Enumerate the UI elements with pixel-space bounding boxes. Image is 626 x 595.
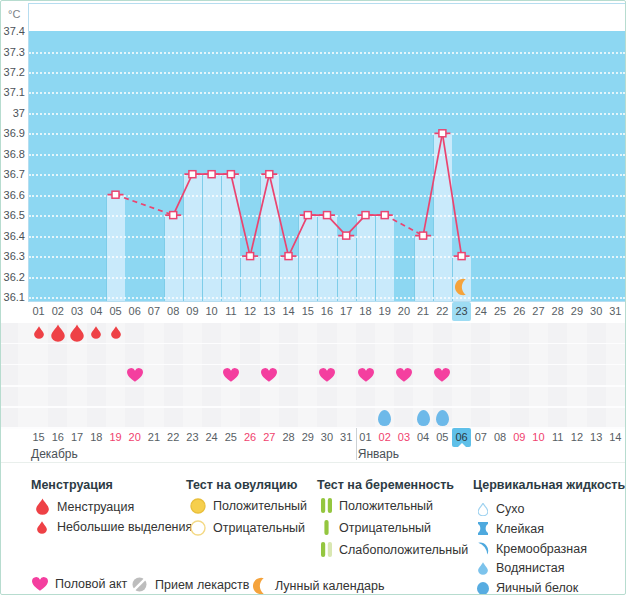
cycle-day-cell[interactable]: 26 — [510, 302, 529, 321]
cycle-day-cell[interactable]: 18 — [356, 302, 375, 321]
menstruation-row — [1, 323, 626, 343]
legend-item: Отрицательный — [189, 520, 305, 536]
temp-line-segment — [250, 174, 269, 256]
cycle-day-cell[interactable]: 21 — [414, 302, 433, 321]
legend-item: Небольшие выделения — [34, 520, 192, 534]
y-axis-tick: 36.5 — [1, 208, 25, 222]
cycle-day-cell[interactable]: 28 — [548, 302, 567, 321]
calendar-date-cell[interactable]: 08 — [490, 428, 509, 447]
calendar-date-cell[interactable]: 12 — [567, 428, 586, 447]
cycle-day-cell[interactable]: 24 — [471, 302, 490, 321]
cycle-day-cell[interactable]: 10 — [202, 302, 221, 321]
legend-item: Менструация — [34, 498, 134, 515]
calendar-date-cell[interactable]: 11 — [548, 428, 567, 447]
cycle-day-cell[interactable]: 29 — [567, 302, 586, 321]
legend-bar-one-icon — [321, 520, 332, 535]
cycle-day-cell[interactable]: 25 — [490, 302, 509, 321]
cycle-day-cell[interactable]: 03 — [67, 302, 86, 321]
cycle-day-cell[interactable]: 15 — [298, 302, 317, 321]
calendar-date-cell[interactable]: 03 — [394, 428, 413, 447]
cycle-day-cell[interactable]: 16 — [317, 302, 336, 321]
event-icon-slot — [396, 368, 412, 382]
calendar-date-cell[interactable]: 25 — [221, 428, 240, 447]
temp-marker — [362, 212, 369, 219]
temp-line-segment — [173, 174, 192, 215]
pregnancy-test-row — [1, 387, 626, 407]
legend-item-label: Водянистая — [496, 561, 565, 575]
cycle-day-cell[interactable]: 17 — [337, 302, 356, 321]
calendar-date-cell[interactable]: 04 — [414, 428, 433, 447]
calendar-date-cell[interactable]: 30 — [317, 428, 336, 447]
calendar-date-cell[interactable]: 29 — [298, 428, 317, 447]
legend-bars-weak-icon — [321, 542, 332, 557]
calendar-date-cell[interactable]: 27 — [260, 428, 279, 447]
calendar-date-cell[interactable]: 01 — [356, 428, 375, 447]
calendar-date-cell[interactable]: 06 — [452, 428, 471, 447]
calendar-date-cell[interactable]: 18 — [87, 428, 106, 447]
calendar-date-cell[interactable]: 26 — [240, 428, 259, 447]
cycle-day-cell[interactable]: 30 — [587, 302, 606, 321]
cycle-day-cell[interactable]: 22 — [433, 302, 452, 321]
menstruation-drop-icon — [34, 326, 44, 339]
cycle-day-cell[interactable]: 06 — [125, 302, 144, 321]
menstruation-drop-icon — [111, 326, 121, 339]
calendar-date-cell[interactable]: 17 — [67, 428, 86, 447]
legend-item-label: Отрицательный — [213, 521, 305, 535]
event-icon-slot — [70, 324, 84, 342]
event-icon-slot — [51, 324, 65, 342]
calendar-date-cell[interactable]: 19 — [106, 428, 125, 447]
temp-marker — [227, 171, 234, 178]
calendar-date-cell[interactable]: 10 — [529, 428, 548, 447]
cycle-day-cell[interactable]: 11 — [221, 302, 240, 321]
legend-cf-sticky-icon — [478, 522, 488, 535]
legend-item-label: Кремообразная — [496, 542, 587, 556]
calendar-date-cell[interactable]: 15 — [29, 428, 48, 447]
cycle-day-cell[interactable]: 05 — [106, 302, 125, 321]
event-icon-slot — [436, 410, 449, 426]
calendar-date-cell[interactable]: 16 — [48, 428, 67, 447]
cycle-day-cell[interactable]: 14 — [279, 302, 298, 321]
y-axis-tick: 37.4 — [1, 24, 25, 38]
intercourse-heart-icon — [261, 368, 277, 382]
calendar-date-cell[interactable]: 23 — [183, 428, 202, 447]
cycle-day-cell[interactable]: 19 — [375, 302, 394, 321]
intercourse-heart-icon — [319, 368, 335, 382]
calendar-date-cell[interactable]: 24 — [202, 428, 221, 447]
temp-line-segment — [289, 215, 308, 256]
y-axis-tick: 37.3 — [1, 45, 25, 59]
legend-circle-outline-icon — [190, 520, 206, 536]
cycle-day-cell[interactable]: 31 — [606, 302, 625, 321]
calendar-date-cell[interactable]: 14 — [606, 428, 625, 447]
cycle-day-cell[interactable]: 07 — [144, 302, 163, 321]
y-axis-tick: 36.1 — [1, 290, 25, 304]
cycle-day-cell[interactable]: 02 — [48, 302, 67, 321]
cycle-day-cell[interactable]: 08 — [164, 302, 183, 321]
cycle-day-cell[interactable]: 04 — [87, 302, 106, 321]
calendar-date-cell[interactable]: 20 — [125, 428, 144, 447]
cycle-day-cell[interactable]: 01 — [29, 302, 48, 321]
legend-item: Водянистая — [476, 561, 565, 575]
intercourse-heart-icon — [127, 368, 143, 382]
legend-item: Лунный календарь — [251, 577, 384, 595]
temp-marker — [304, 212, 311, 219]
cycle-day-cell[interactable]: 20 — [394, 302, 413, 321]
cycle-day-cell[interactable]: 09 — [183, 302, 202, 321]
calendar-date-cell[interactable]: 28 — [279, 428, 298, 447]
cycle-day-cell[interactable]: 13 — [260, 302, 279, 321]
calendar-date-cell[interactable]: 02 — [375, 428, 394, 447]
temp-marker — [420, 232, 427, 239]
cycle-day-cell[interactable]: 27 — [529, 302, 548, 321]
calendar-date-cell[interactable]: 21 — [144, 428, 163, 447]
legend-item: Положительный — [189, 498, 307, 514]
legend-item-label: Положительный — [339, 499, 433, 513]
cycle-day-cell[interactable]: 12 — [240, 302, 259, 321]
calendar-date-cell[interactable]: 05 — [433, 428, 452, 447]
legend-separator — [1, 462, 626, 463]
calendar-date-cell[interactable]: 31 — [337, 428, 356, 447]
calendar-date-cell[interactable]: 13 — [587, 428, 606, 447]
calendar-date-cell[interactable]: 22 — [164, 428, 183, 447]
calendar-date-cell[interactable]: 07 — [471, 428, 490, 447]
cycle-day-cell[interactable]: 23 — [452, 302, 471, 321]
legend-item: Половой акт — [31, 577, 127, 591]
calendar-date-cell[interactable]: 09 — [510, 428, 529, 447]
